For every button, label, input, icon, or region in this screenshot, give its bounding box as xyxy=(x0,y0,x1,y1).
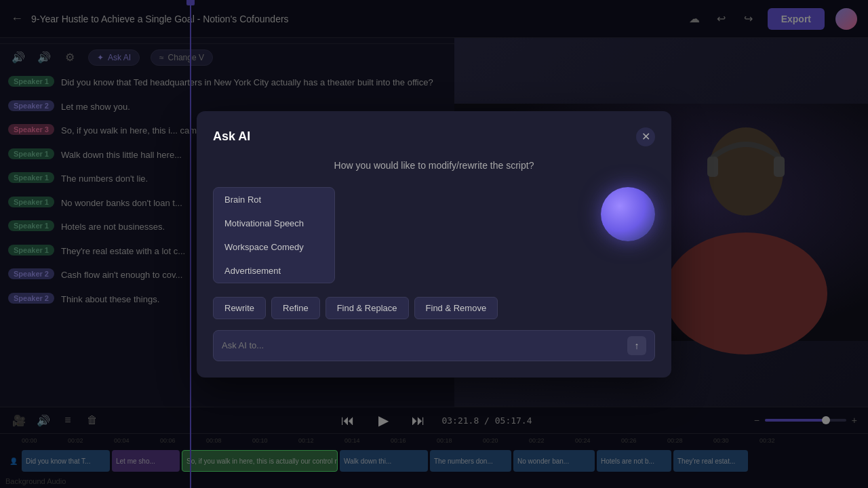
modal-question: How you would like to modify/rewrite the… xyxy=(213,160,655,171)
ask-ai-modal: Ask AI ✕ How you would like to modify/re… xyxy=(197,111,671,378)
dropdown-item[interactable]: Motivational Speech xyxy=(214,211,334,235)
find-&-replace-button[interactable]: Find & Replace xyxy=(326,297,409,319)
modal-title: Ask AI xyxy=(213,129,250,144)
refine-button[interactable]: Refine xyxy=(271,297,320,319)
ai-orb xyxy=(601,187,655,241)
dropdown-item[interactable]: Workspace Comedy xyxy=(214,235,334,259)
send-button[interactable]: ↑ xyxy=(627,336,646,355)
modal-content-area: Brain RotMotivational SpeechWorkspace Co… xyxy=(213,187,655,283)
ask-ai-input[interactable] xyxy=(222,340,622,350)
find-&-remove-button[interactable]: Find & Remove xyxy=(414,297,498,319)
dropdown-item[interactable]: Advertisement xyxy=(214,259,334,283)
modal-close-button[interactable]: ✕ xyxy=(636,127,655,146)
modal-overlay: Ask AI ✕ How you would like to modify/re… xyxy=(0,0,868,488)
modal-header: Ask AI ✕ xyxy=(213,127,655,146)
modal-buttons: RewriteRefineFind & ReplaceFind & Remove xyxy=(213,297,655,319)
modal-input-area: ↑ xyxy=(213,330,655,361)
dropdown-item[interactable]: Brain Rot xyxy=(214,188,334,211)
dropdown-menu: Brain RotMotivational SpeechWorkspace Co… xyxy=(213,187,335,283)
rewrite-button[interactable]: Rewrite xyxy=(213,297,266,319)
